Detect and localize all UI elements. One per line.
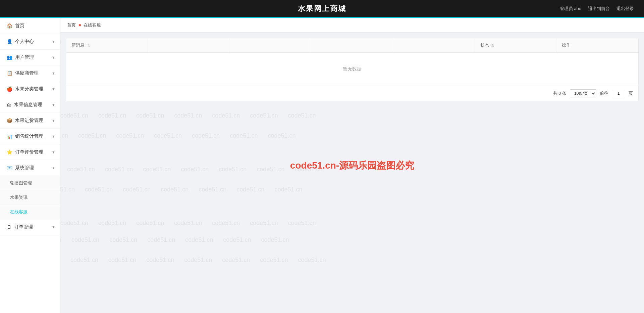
- users-icon: 👥: [7, 55, 12, 60]
- sidebar-label-fruit-info: 水果信息管理: [14, 102, 42, 108]
- breadcrumb-separator-icon: ■: [78, 23, 81, 28]
- category-icon: 🍎: [7, 86, 12, 92]
- stats-icon: 📊: [7, 134, 12, 139]
- sidebar-item-online-service[interactable]: 在线客服: [0, 205, 60, 219]
- table-header: 新消息 ⇅ 状态 ⇅ 操作: [66, 38, 638, 53]
- review-icon: ⭐: [7, 149, 12, 155]
- home-icon: 🏠: [7, 23, 12, 29]
- main-layout: 🏠 首页 👤 个人中心 ▼ 👥 用户管理 ▼ 📋 供应商管理 ▼ 🍎 水果分类管…: [0, 18, 644, 313]
- sidebar-item-fruit-category[interactable]: 🍎 水果分类管理 ▼: [0, 81, 60, 97]
- breadcrumb-home[interactable]: 首页: [67, 22, 76, 28]
- sidebar-item-user-mgmt[interactable]: 👥 用户管理 ▼: [0, 50, 60, 65]
- pagination-per-page-select[interactable]: 10条/页: [570, 89, 596, 97]
- col-status: 状态 ⇅: [475, 38, 557, 52]
- pagination-total: 共 0 条: [553, 90, 567, 96]
- chevron-down-icon-7: ▼: [52, 134, 55, 138]
- order-icon: 🗒: [7, 224, 11, 230]
- sidebar-item-fruit-news[interactable]: 水果资讯: [0, 190, 60, 205]
- logout-link[interactable]: 退出登录: [616, 6, 634, 12]
- header-actions: 管理员 abo 退出到前台 退出登录: [560, 6, 634, 12]
- sidebar-item-fruit-stock[interactable]: 📦 水果进货管理 ▼: [0, 113, 60, 129]
- chevron-down-icon-3: ▼: [52, 71, 55, 75]
- pagination-page-input[interactable]: [612, 90, 625, 97]
- person-icon: 👤: [7, 39, 12, 44]
- pagination: 共 0 条 10条/页 前往 页: [66, 86, 638, 101]
- chevron-down-icon-6: ▼: [52, 119, 55, 123]
- sidebar-item-personal[interactable]: 👤 个人中心 ▼: [0, 34, 60, 50]
- admin-label: 管理员 abo: [560, 6, 581, 12]
- sidebar-item-system-mgmt[interactable]: 📧 系统管理 ▲: [0, 160, 60, 176]
- system-icon: 📧: [7, 165, 12, 171]
- sidebar-item-supplier[interactable]: 📋 供应商管理 ▼: [0, 65, 60, 81]
- stock-icon: 📦: [7, 118, 12, 123]
- watermark-10: code51.cn code51.cn code51.cn code51.cn …: [70, 257, 326, 264]
- watermark-4: code51.cn code51.cn code51.cn code51.cn …: [60, 112, 316, 119]
- chevron-down-icon-8: ▼: [52, 150, 55, 154]
- sidebar-item-banner[interactable]: 轮播图管理: [0, 176, 60, 190]
- center-watermark: code51.cn-源码乐园盗图必究: [290, 159, 414, 172]
- col-2: [148, 38, 230, 52]
- col-operation: 操作: [556, 38, 638, 52]
- sidebar-label-personal: 个人中心: [15, 39, 34, 45]
- chevron-down-icon-4: ▼: [52, 87, 55, 91]
- main-content: 首页 ■ 在线客服 code51.cn code51.cn code51.cn …: [60, 18, 644, 313]
- chevron-down-icon-2: ▼: [52, 55, 55, 59]
- sidebar-item-sales-stat[interactable]: 📊 销售统计管理 ▼: [0, 129, 60, 144]
- sidebar-label-fruit-stock: 水果进货管理: [15, 118, 43, 124]
- chevron-down-icon-9: ▼: [52, 225, 55, 229]
- goto-frontend-link[interactable]: 退出到前台: [588, 6, 610, 12]
- supplier-icon: 📋: [7, 71, 12, 76]
- sidebar-item-home[interactable]: 🏠 首页: [0, 18, 60, 34]
- info-icon: 🗂: [7, 102, 11, 107]
- watermark-7: code51.cn code51.cn code51.cn code51.cn …: [60, 186, 303, 193]
- sidebar-label-fruit-news: 水果资讯: [10, 194, 28, 200]
- col-4: [311, 38, 393, 52]
- site-title: 水果网上商城: [298, 4, 346, 14]
- table-empty-state: 暂无数据: [66, 53, 638, 86]
- chevron-down-icon: ▼: [52, 40, 55, 44]
- sidebar-item-fruit-info[interactable]: 🗂 水果信息管理 ▼: [0, 97, 60, 113]
- breadcrumb-current: 在线客服: [84, 22, 101, 28]
- sidebar-label-user-mgmt: 用户管理: [15, 54, 34, 60]
- sidebar-label-system-mgmt: 系统管理: [15, 165, 34, 171]
- breadcrumb: 首页 ■ 在线客服: [60, 18, 644, 33]
- col-new-msg: 新消息 ⇅: [66, 38, 148, 52]
- sidebar-label-home: 首页: [15, 23, 24, 29]
- sidebar-label-online-service: 在线客服: [10, 209, 28, 215]
- sidebar-item-order-review[interactable]: ⭐ 订单评价管理 ▼: [0, 144, 60, 160]
- col-3: [229, 38, 311, 52]
- watermark-5: code51.cn code51.cn code51.cn code51.cn …: [60, 132, 296, 139]
- empty-text: 暂无数据: [343, 66, 362, 72]
- chevron-up-icon: ▲: [52, 166, 55, 170]
- watermark-6: code51.cn code51.cn code51.cn code51.cn …: [67, 166, 323, 173]
- sidebar: 🏠 首页 👤 个人中心 ▼ 👥 用户管理 ▼ 📋 供应商管理 ▼ 🍎 水果分类管…: [0, 18, 60, 313]
- data-table: 新消息 ⇅ 状态 ⇅ 操作 暂无数据 共 0 条 10条/页: [66, 38, 639, 101]
- sort-icon-status[interactable]: ⇅: [491, 44, 494, 47]
- sidebar-item-order-mgmt[interactable]: 🗒 订单管理 ▼: [0, 219, 60, 235]
- sidebar-label-supplier: 供应商管理: [15, 70, 39, 76]
- sidebar-label-order-review: 订单评价管理: [15, 149, 43, 155]
- sidebar-label-sales-stat: 销售统计管理: [15, 133, 43, 139]
- sidebar-label-order-mgmt: 订单管理: [14, 224, 33, 230]
- col-5: [393, 38, 475, 52]
- pagination-goto-label: 前往: [600, 90, 608, 96]
- sort-icon-new-msg[interactable]: ⇅: [87, 44, 90, 47]
- pagination-page-suffix: 页: [629, 90, 633, 96]
- top-header: 水果网上商城 管理员 abo 退出到前台 退出登录: [0, 0, 644, 18]
- watermark-8: code51.cn code51.cn code51.cn code51.cn …: [60, 220, 316, 227]
- chevron-down-icon-5: ▼: [52, 103, 55, 107]
- sidebar-label-banner: 轮播图管理: [10, 180, 32, 186]
- sidebar-label-fruit-category: 水果分类管理: [15, 86, 43, 92]
- watermark-9: code51.cn code51.cn code51.cn code51.cn …: [60, 236, 289, 243]
